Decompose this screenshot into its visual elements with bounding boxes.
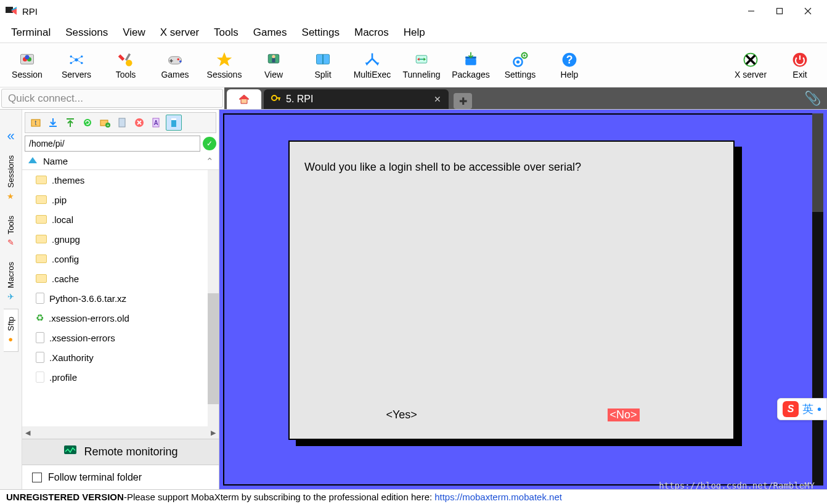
maximize-button[interactable] — [765, 1, 794, 21]
list-item[interactable]: Python-3.6.6.tar.xz — [22, 288, 219, 308]
dialog-no-option[interactable]: <No> — [608, 408, 640, 421]
toolbar-games[interactable]: Games — [150, 51, 200, 79]
sftp-home-icon[interactable]: t — [28, 115, 44, 131]
svg-text:+: + — [107, 123, 110, 128]
vtab-macros[interactable]: ✈Macros — [4, 254, 18, 309]
sftp-refresh-icon[interactable] — [79, 115, 96, 131]
sftp-path-input[interactable] — [25, 136, 200, 152]
sogou-icon: S — [783, 401, 799, 417]
toolbar-help[interactable]: ?Help — [545, 51, 594, 79]
parent-folder-icon[interactable] — [27, 155, 38, 168]
list-item[interactable]: ♻.xsession-errors.old — [22, 308, 219, 328]
sftp-delete-icon[interactable] — [131, 115, 147, 131]
toolbar-view[interactable]: View — [249, 51, 298, 79]
tab-home[interactable] — [227, 89, 261, 109]
toolbar-tunneling[interactable]: Tunneling — [397, 51, 446, 79]
toolbar-sessions[interactable]: Sessions — [200, 51, 249, 79]
ime-language-label: 英 — [802, 402, 813, 417]
svg-rect-39 — [465, 59, 476, 65]
menu-macros[interactable]: Macros — [347, 23, 396, 43]
toolbar-settings[interactable]: Settings — [495, 51, 545, 79]
sftp-file-list: .themes .pip .local .gnupg .config .cach… — [22, 170, 219, 426]
folder-icon — [36, 176, 47, 184]
paperclip-icon[interactable]: 📎 — [804, 91, 821, 107]
sftp-path-ok-icon: ✓ — [203, 137, 216, 150]
list-item[interactable]: .config — [22, 249, 219, 269]
sftp-newfile-icon[interactable] — [114, 115, 130, 131]
list-item[interactable]: .gnupg — [22, 229, 219, 249]
tab-strip-row: Quick connect... 5. RPI ✕ ✚ 📎 — [0, 87, 827, 110]
sftp-download-icon[interactable] — [45, 115, 61, 131]
vtab-sessions[interactable]: ★Sessions — [4, 148, 18, 208]
minimize-button[interactable] — [737, 1, 765, 21]
dialog-yes-option[interactable]: <Yes> — [383, 408, 419, 421]
toolbar-packages[interactable]: Packages — [446, 51, 495, 79]
file-icon — [36, 332, 44, 343]
sftp-upload-icon[interactable] — [62, 115, 78, 131]
svg-point-44 — [523, 54, 526, 57]
svg-rect-21 — [125, 53, 131, 60]
folder-icon — [36, 215, 47, 224]
svg-point-42 — [516, 60, 519, 63]
vtab-tools[interactable]: ✎Tools — [4, 208, 18, 254]
list-item[interactable]: .xsession-errors — [22, 328, 219, 348]
status-message: Please support MobaXterm by subscribing … — [127, 492, 432, 502]
toolbar-xserver[interactable]: X server — [726, 51, 775, 79]
close-button[interactable] — [794, 1, 822, 21]
menu-tools[interactable]: Tools — [206, 23, 246, 43]
menu-help[interactable]: Help — [396, 23, 433, 43]
dialog-question: Would you like a login shell to be acces… — [304, 159, 719, 175]
follow-terminal-checkbox[interactable]: Follow terminal folder — [22, 465, 219, 489]
svg-rect-30 — [272, 58, 275, 62]
toolbar-session[interactable]: Session — [2, 51, 52, 79]
status-link[interactable]: https://mobaxterm.mobatek.net — [434, 492, 562, 502]
sftp-list-header[interactable]: Name ⌃ — [22, 153, 219, 170]
collapse-sidebar-icon[interactable]: « — [7, 128, 14, 144]
terminal-scrollbar[interactable] — [812, 113, 823, 486]
ime-indicator[interactable]: S 英 • — [777, 398, 827, 420]
menu-games[interactable]: Games — [246, 23, 295, 43]
sftp-header-name: Name — [43, 156, 68, 166]
key-icon — [271, 93, 281, 105]
svg-rect-26 — [169, 60, 173, 61]
toolbar-servers[interactable]: Servers — [52, 51, 101, 79]
tab-close-icon[interactable]: ✕ — [434, 94, 441, 104]
folder-icon — [36, 274, 47, 283]
sftp-edit-icon[interactable]: A — [149, 115, 165, 131]
svg-point-10 — [25, 55, 30, 59]
tab-active[interactable]: 5. RPI ✕ — [264, 89, 449, 109]
menu-settings[interactable]: Settings — [295, 23, 347, 43]
list-item[interactable]: .Xauthority — [22, 348, 219, 367]
sftp-scrollbar-v[interactable] — [208, 170, 219, 426]
remote-monitoring-button[interactable]: Remote monitoring — [22, 439, 219, 465]
toolbar-split[interactable]: Split — [298, 51, 348, 79]
sftp-properties-icon[interactable] — [166, 115, 182, 131]
side-tabs: « ★Sessions ✎Tools ✈Macros ●Sftp — [0, 110, 22, 489]
title-bar: RPI — [0, 0, 827, 22]
sftp-newfolder-icon[interactable]: + — [97, 115, 113, 131]
toolbar-exit[interactable]: Exit — [775, 51, 825, 79]
list-item[interactable]: .cache — [22, 269, 219, 288]
quick-connect-input[interactable]: Quick connect... — [1, 89, 223, 108]
window-title: RPI — [22, 6, 737, 17]
menu-terminal[interactable]: Terminal — [4, 23, 58, 43]
menu-view[interactable]: View — [115, 23, 153, 43]
menu-bar: Terminal Sessions View X server Tools Ga… — [0, 22, 827, 43]
sftp-scrollbar-h[interactable]: ◀▶ — [22, 426, 219, 439]
list-item[interactable]: .themes — [22, 170, 219, 190]
toolbar-multiexec[interactable]: MultiExec — [348, 51, 397, 79]
svg-marker-52 — [239, 95, 249, 99]
tab-new-button[interactable]: ✚ — [454, 93, 472, 109]
list-item[interactable]: .pip — [22, 190, 219, 209]
ime-menu-icon[interactable]: • — [817, 402, 821, 417]
menu-sessions[interactable]: Sessions — [58, 23, 115, 43]
sftp-path-row: ✓ — [25, 136, 216, 152]
vtab-sftp[interactable]: ●Sftp — [4, 309, 18, 352]
toolbar-tools[interactable]: Tools — [101, 51, 150, 79]
status-unregistered: UNREGISTERED VERSION — [6, 492, 124, 502]
terminal-viewport[interactable]: Would you like a login shell to be acces… — [223, 113, 823, 486]
list-item[interactable]: .local — [22, 209, 219, 229]
checkbox-icon — [32, 473, 42, 482]
list-item[interactable]: .profile — [22, 367, 219, 387]
menu-xserver[interactable]: X server — [153, 23, 206, 43]
